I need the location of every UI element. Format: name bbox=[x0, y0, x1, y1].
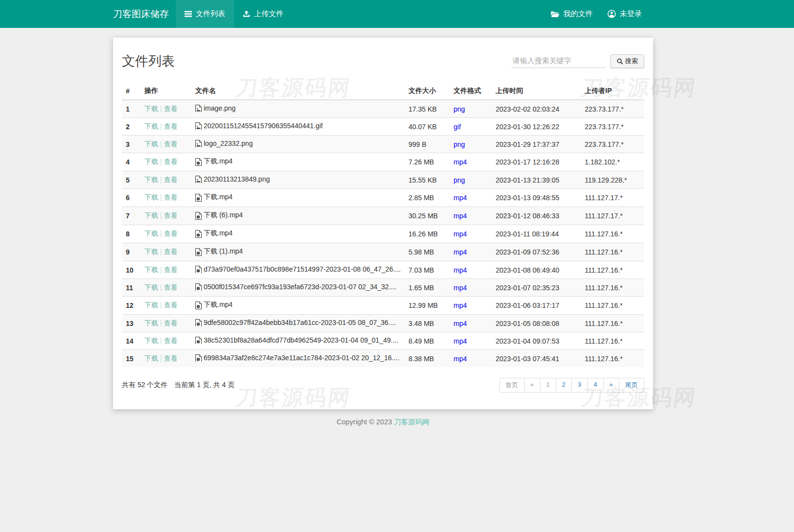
download-link[interactable]: 下载 bbox=[144, 230, 158, 237]
view-link[interactable]: 查看 bbox=[164, 283, 178, 291]
download-link[interactable]: 下载 bbox=[144, 211, 158, 219]
row-actions: 下载|查看 bbox=[140, 279, 191, 297]
search-button[interactable]: 搜索 bbox=[610, 54, 644, 68]
download-link[interactable]: 下载 bbox=[144, 319, 158, 327]
format-link[interactable]: png bbox=[454, 176, 465, 184]
row-format-cell: mp4 bbox=[450, 207, 492, 225]
view-link[interactable]: 查看 bbox=[164, 211, 178, 219]
page-button-3[interactable]: 3 bbox=[571, 378, 587, 393]
format-link[interactable]: mp4 bbox=[454, 337, 467, 345]
view-link[interactable]: 查看 bbox=[164, 248, 178, 255]
page-button-4[interactable]: 4 bbox=[587, 378, 604, 393]
view-link[interactable]: 查看 bbox=[164, 140, 178, 148]
page-button-»[interactable]: » bbox=[603, 378, 619, 393]
view-link[interactable]: 查看 bbox=[164, 319, 178, 327]
download-link[interactable]: 下载 bbox=[144, 354, 158, 362]
download-link[interactable]: 下载 bbox=[144, 140, 158, 148]
file-name: 20200115124554157906355440441.gif bbox=[204, 122, 323, 130]
view-link[interactable]: 查看 bbox=[164, 354, 178, 362]
download-link[interactable]: 下载 bbox=[144, 283, 158, 291]
file-table-body: 1下载|查看image.png17.35 KBpng2023-02-02 02:… bbox=[122, 100, 644, 367]
login-status-label: 未登录 bbox=[620, 9, 642, 19]
view-link[interactable]: 查看 bbox=[164, 266, 178, 274]
row-format-cell: png bbox=[450, 171, 492, 189]
view-link[interactable]: 查看 bbox=[164, 337, 178, 345]
format-link[interactable]: mp4 bbox=[454, 284, 467, 292]
upload-time: 2023-01-05 08:08:08 bbox=[492, 315, 581, 332]
view-link[interactable]: 查看 bbox=[164, 158, 178, 165]
file-size: 12.99 MB bbox=[405, 297, 450, 315]
action-separator: | bbox=[158, 354, 164, 362]
search-input[interactable] bbox=[512, 54, 606, 68]
download-link[interactable]: 下载 bbox=[144, 105, 158, 113]
format-link[interactable]: mp4 bbox=[454, 158, 467, 166]
format-link[interactable]: gif bbox=[454, 123, 461, 131]
format-link[interactable]: png bbox=[454, 140, 465, 148]
view-link[interactable]: 查看 bbox=[164, 193, 178, 201]
download-link[interactable]: 下载 bbox=[144, 176, 158, 184]
upload-time: 2023-01-13 09:48:55 bbox=[492, 189, 581, 207]
uploader-ip: 119.129.228.* bbox=[581, 171, 645, 189]
footer-site-link[interactable]: 刀客源码网 bbox=[394, 418, 430, 426]
download-link[interactable]: 下载 bbox=[144, 337, 158, 345]
tab-file-list[interactable]: 文件列表 bbox=[176, 0, 234, 28]
row-format-cell: mp4 bbox=[450, 279, 492, 297]
my-files-link[interactable]: 我的文件 bbox=[547, 0, 597, 28]
uploader-ip: 111.127.16.* bbox=[581, 350, 645, 368]
login-status[interactable]: 未登录 bbox=[604, 0, 646, 28]
file-name: 下载.mp4 bbox=[204, 193, 233, 202]
tab-upload[interactable]: 上传文件 bbox=[234, 0, 292, 28]
row-format-cell: mp4 bbox=[450, 315, 492, 332]
action-separator: | bbox=[158, 230, 164, 237]
format-link[interactable]: mp4 bbox=[454, 355, 467, 363]
table-row: 15下载|查看699834a73af2e8c274e7a3e11ac1c784-… bbox=[122, 350, 644, 368]
upload-time: 2023-01-11 08:19:44 bbox=[492, 225, 581, 243]
action-separator: | bbox=[158, 211, 164, 219]
col-header-ip: 上传者IP bbox=[581, 83, 645, 100]
format-link[interactable]: png bbox=[454, 105, 465, 113]
upload-icon bbox=[243, 10, 250, 18]
video-file-icon bbox=[195, 301, 202, 309]
download-link[interactable]: 下载 bbox=[144, 301, 158, 309]
row-filename-cell: 下载.mp4 bbox=[191, 297, 405, 315]
page-button-尾页[interactable]: 尾页 bbox=[619, 378, 644, 393]
video-file-icon bbox=[195, 266, 202, 273]
download-link[interactable]: 下载 bbox=[144, 158, 158, 165]
format-link[interactable]: mp4 bbox=[454, 320, 467, 327]
col-header-action: 操作 bbox=[140, 83, 191, 100]
download-link[interactable]: 下载 bbox=[144, 193, 158, 201]
view-link[interactable]: 查看 bbox=[164, 230, 178, 237]
col-header-time: 上传时间 bbox=[492, 83, 581, 100]
format-link[interactable]: mp4 bbox=[454, 230, 467, 238]
download-link[interactable]: 下载 bbox=[144, 248, 158, 255]
brand[interactable]: 刀客图床储存 bbox=[113, 0, 176, 28]
format-link[interactable]: mp4 bbox=[454, 194, 467, 202]
upload-time: 2023-01-12 08:46:33 bbox=[492, 207, 581, 225]
view-link[interactable]: 查看 bbox=[164, 105, 178, 113]
video-file-icon bbox=[195, 337, 202, 344]
file-size: 999 B bbox=[405, 136, 450, 153]
my-files-label: 我的文件 bbox=[563, 9, 593, 19]
row-filename-cell: 下载 (1).mp4 bbox=[191, 243, 405, 261]
summary-page: 当前第 1 页, 共 4 页 bbox=[174, 381, 234, 389]
download-link[interactable]: 下载 bbox=[144, 266, 158, 274]
row-format-cell: mp4 bbox=[450, 332, 492, 350]
page-button-2[interactable]: 2 bbox=[556, 378, 572, 393]
row-number: 6 bbox=[122, 189, 140, 207]
format-link[interactable]: mp4 bbox=[454, 212, 467, 220]
file-name: 下载.mp4 bbox=[204, 157, 233, 166]
format-link[interactable]: mp4 bbox=[454, 248, 467, 256]
file-size: 2.85 MB bbox=[405, 189, 450, 207]
file-name: 下载.mp4 bbox=[204, 229, 233, 238]
card-bottom: 共有 52 个文件当前第 1 页, 共 4 页 首页«1234»尾页 bbox=[122, 378, 644, 399]
view-link[interactable]: 查看 bbox=[164, 301, 178, 309]
uploader-ip: 223.73.177.* bbox=[581, 136, 645, 153]
download-link[interactable]: 下载 bbox=[144, 122, 158, 130]
view-link[interactable]: 查看 bbox=[164, 176, 178, 184]
format-link[interactable]: mp4 bbox=[454, 301, 467, 309]
view-link[interactable]: 查看 bbox=[164, 122, 178, 130]
uploader-ip: 1.182.102.* bbox=[581, 153, 645, 171]
action-separator: | bbox=[158, 158, 164, 165]
row-number: 14 bbox=[122, 332, 140, 350]
format-link[interactable]: mp4 bbox=[454, 266, 467, 274]
